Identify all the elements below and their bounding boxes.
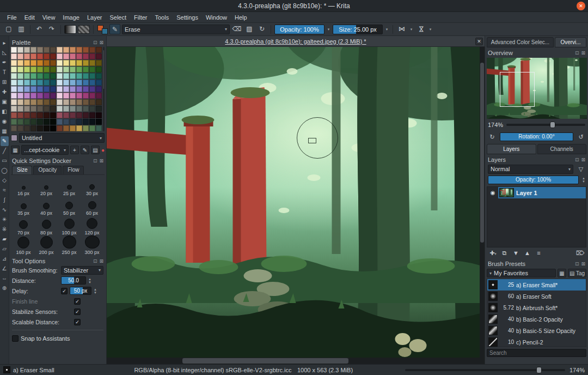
brush-size-option[interactable]: 30 px xyxy=(81,177,103,196)
palette-swatch[interactable] xyxy=(70,119,76,125)
palette-swatch[interactable] xyxy=(63,73,69,79)
brush-size-option[interactable]: 300 px xyxy=(81,235,103,255)
palette-scrollbar[interactable] xyxy=(103,47,105,131)
palette-swatch[interactable] xyxy=(24,106,30,112)
preserve-alpha-icon[interactable]: ▨ xyxy=(244,24,255,34)
layer-filter-icon[interactable]: ▽ xyxy=(577,166,585,173)
palette-swatch[interactable] xyxy=(44,60,50,66)
palette-swatch[interactable] xyxy=(30,73,36,79)
move-layer-down-button[interactable]: ▼ xyxy=(511,249,521,258)
new-document-icon[interactable]: ▢ xyxy=(3,24,14,34)
tool-crop[interactable]: ▣ xyxy=(1,97,9,107)
duplicate-layer-button[interactable]: ⧉ xyxy=(499,249,510,258)
overview-viewport-rect[interactable] xyxy=(500,72,535,107)
distance-spin-arrows[interactable]: ▲▼ xyxy=(88,277,91,284)
palette-swatch[interactable] xyxy=(50,119,56,125)
palette-swatch[interactable] xyxy=(11,47,17,53)
palette-swatch[interactable] xyxy=(70,93,76,99)
current-brush-icon[interactable] xyxy=(3,366,10,373)
tool-color-picker[interactable]: ◉ xyxy=(1,117,9,126)
delay-input[interactable]: 50 px xyxy=(70,287,91,295)
palette-swatch[interactable] xyxy=(96,73,102,79)
document-close-icon[interactable]: ✕ xyxy=(475,38,483,45)
palette-swatch[interactable] xyxy=(30,60,36,66)
rotate-canvas-icon[interactable]: ↻ xyxy=(488,134,497,141)
brush-size-option[interactable]: 20 px xyxy=(35,177,58,196)
brush-size-option[interactable]: 60 px xyxy=(81,196,103,216)
search-input[interactable] xyxy=(487,349,586,357)
palette-swatch[interactable] xyxy=(24,66,30,72)
brush-preset-row[interactable]: 25 a) Eraser Small* xyxy=(487,279,586,291)
palette-swatch[interactable] xyxy=(83,80,89,86)
palette-swatch[interactable] xyxy=(76,119,82,125)
palette-swatch[interactable] xyxy=(83,66,89,72)
palette-swatch[interactable] xyxy=(37,53,43,59)
palette-swatch[interactable] xyxy=(37,80,43,86)
palette-swatch[interactable] xyxy=(57,93,63,99)
palette-swatch[interactable] xyxy=(70,47,76,53)
palette-swatch[interactable] xyxy=(89,106,95,112)
mirror-vertical-icon[interactable]: ⋈ xyxy=(416,24,426,35)
menu-settings[interactable]: Settings xyxy=(173,13,202,22)
palette-swatch[interactable] xyxy=(57,47,63,53)
palette-swatch[interactable] xyxy=(96,99,102,105)
docker-float-icon[interactable]: ⊡ xyxy=(575,157,579,162)
palette-swatch[interactable] xyxy=(17,106,23,112)
palette-swatch[interactable] xyxy=(24,119,30,125)
tool-line[interactable]: ╱ xyxy=(1,146,9,156)
palette-swatch[interactable] xyxy=(89,112,95,118)
menu-layer[interactable]: Layer xyxy=(83,13,106,22)
redo-icon[interactable]: ↷ xyxy=(46,24,57,34)
palette-swatch[interactable] xyxy=(76,73,82,79)
palette-swatch[interactable] xyxy=(37,125,43,131)
tag-button[interactable]: ▤ Tag xyxy=(568,269,586,277)
palette-swatch[interactable] xyxy=(50,86,56,92)
palette-swatch[interactable] xyxy=(11,99,17,105)
palette-swatch[interactable] xyxy=(89,86,95,92)
palette-name-dropdown[interactable]: Untitled ▾ xyxy=(19,133,105,143)
brush-size-option[interactable]: 35 px xyxy=(12,196,35,216)
tool-freehand-path[interactable]: ∿ xyxy=(1,205,9,215)
brush-size-option[interactable]: 25 px xyxy=(58,177,81,196)
palette-swatch[interactable] xyxy=(96,66,102,72)
palette-swatch[interactable] xyxy=(83,99,89,105)
layer-opacity-slider[interactable]: Opacity: 100% xyxy=(488,176,579,184)
palette-swatch[interactable] xyxy=(76,106,82,112)
palette-swatch[interactable] xyxy=(30,66,36,72)
palette-swatch[interactable] xyxy=(44,93,50,99)
palette-swatch[interactable] xyxy=(76,99,82,105)
palette-swatch[interactable] xyxy=(44,80,50,86)
palette-swatch[interactable] xyxy=(30,119,36,125)
reset-rotation-icon[interactable]: ↺ xyxy=(577,134,585,141)
palette-swatch[interactable] xyxy=(76,93,82,99)
add-layer-button[interactable]: ✚▾ xyxy=(488,249,498,258)
palette-swatch[interactable] xyxy=(63,112,69,118)
palette-swatch[interactable] xyxy=(17,73,23,79)
palette-swatch[interactable] xyxy=(11,86,17,92)
palette-swatch[interactable] xyxy=(30,93,36,99)
palette-swatch[interactable] xyxy=(96,119,102,125)
palette-swatch[interactable] xyxy=(44,47,50,53)
remove-color-icon[interactable]: ● xyxy=(101,147,105,153)
palette-swatch[interactable] xyxy=(76,60,82,66)
blend-mode-dropdown[interactable]: Normal ▾ xyxy=(488,165,573,174)
palette-swatch[interactable] xyxy=(70,99,76,105)
brush-size-option[interactable]: 160 px xyxy=(12,235,35,255)
tool-dynamic-brush[interactable]: ✳ xyxy=(1,215,9,225)
palette-swatch[interactable] xyxy=(63,47,69,53)
delay-checkbox[interactable] xyxy=(61,288,68,294)
palette-swatch[interactable] xyxy=(11,112,17,118)
stabilize-sensors-checkbox[interactable] xyxy=(74,309,81,315)
foreground-background-colors[interactable] xyxy=(97,25,108,34)
docker-close-icon[interactable]: ⊠ xyxy=(99,40,103,45)
palette-swatch[interactable] xyxy=(24,93,30,99)
docker-float-icon[interactable]: ⊡ xyxy=(93,258,97,264)
menu-view[interactable]: View xyxy=(39,13,59,22)
brush-preset-row[interactable]: 40 b) Basic-5 Size Opacity xyxy=(487,325,586,336)
brush-size-option[interactable]: 100 px xyxy=(58,216,81,235)
reload-preset-icon[interactable]: ↻ xyxy=(256,24,267,34)
palette-swatch[interactable] xyxy=(89,66,95,72)
palette-swatch[interactable] xyxy=(63,93,69,99)
palette-swatch[interactable] xyxy=(11,60,17,66)
tool-transform[interactable]: ⊞ xyxy=(1,77,9,87)
